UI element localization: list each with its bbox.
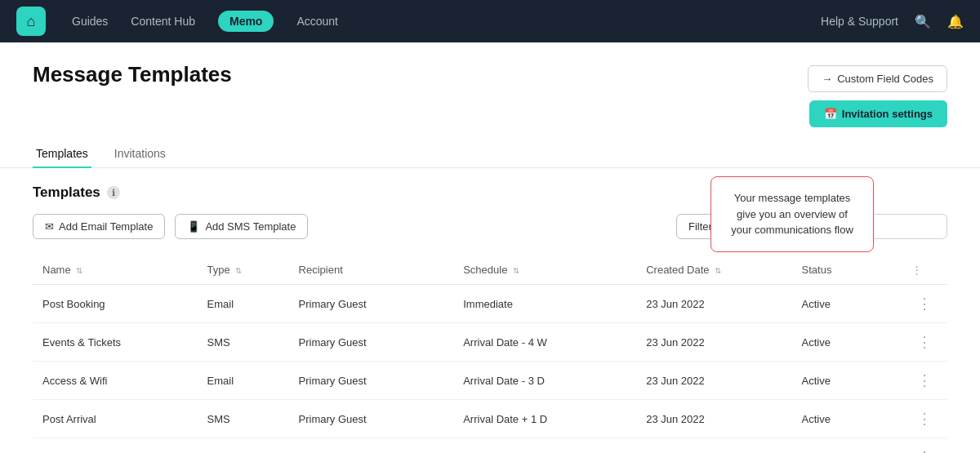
cell-date-2: 23 Jun 2022	[636, 362, 791, 400]
nav-right: Help & Support 🔍 🔔	[821, 14, 964, 29]
arrow-right-icon: →	[822, 73, 832, 85]
col-header-recipient: Recipient	[289, 255, 454, 285]
cell-recipient-1: Primary Guest	[289, 323, 454, 362]
col-header-name: Name ⇅	[33, 255, 198, 285]
email-icon: ✉	[45, 220, 54, 233]
sms-icon: 📱	[187, 220, 200, 233]
cell-date-4: 23 Jun 2022	[636, 438, 791, 454]
row-more-icon-1[interactable]: ⋮	[917, 334, 932, 350]
col-header-status: Status	[792, 255, 902, 285]
nav-link-account[interactable]: Account	[296, 15, 338, 28]
cell-type-4: SMS	[198, 438, 289, 454]
row-more-icon-0[interactable]: ⋮	[917, 295, 932, 312]
navigation: ⌂ Guides Content Hub Memo Account Help &…	[0, 0, 980, 42]
tooltip-popup: Your message templates give you an overv…	[710, 176, 874, 252]
cell-status-4: Active	[792, 438, 902, 454]
cell-action-3: ⋮	[902, 400, 947, 438]
col-header-type: Type ⇅	[198, 255, 289, 285]
table-row: Post Booking Email Primary Guest Immedia…	[33, 285, 947, 323]
table-row: Access & Wifi Email Primary Guest Arriva…	[33, 362, 947, 400]
header-actions: → Custom Field Codes 📅 Invitation settin…	[808, 65, 947, 127]
main-content: Message Templates → Custom Field Codes 📅…	[0, 42, 980, 453]
templates-table: Name ⇅ Type ⇅ Recipient Schedule ⇅ Creat…	[33, 255, 947, 453]
cell-recipient-3: Primary Guest	[289, 400, 454, 438]
tab-invitations[interactable]: Invitations	[111, 140, 169, 168]
cell-recipient-2: Primary Guest	[289, 362, 454, 400]
add-sms-template-button[interactable]: 📱 Add SMS Template	[175, 214, 308, 239]
cell-schedule-1: Arrival Date - 4 W	[453, 323, 636, 362]
cell-status-1: Active	[792, 323, 902, 362]
cell-action-0: ⋮	[902, 285, 947, 323]
cell-name-4: Pre-Departure	[33, 438, 198, 454]
nav-link-contenthub[interactable]: Content Hub	[131, 15, 195, 28]
invitation-settings-button[interactable]: 📅 Invitation settings	[809, 100, 947, 127]
table-row: Post Arrival SMS Primary Guest Arrival D…	[33, 400, 947, 438]
col-header-created-date: Created Date ⇅	[636, 255, 791, 285]
cell-schedule-3: Arrival Date + 1 D	[453, 400, 636, 438]
row-more-icon-3[interactable]: ⋮	[917, 411, 932, 427]
calendar-icon: 📅	[824, 108, 837, 120]
bell-icon[interactable]: 🔔	[947, 14, 964, 29]
nav-link-memo[interactable]: Memo	[218, 11, 274, 32]
section-title: Templates	[33, 184, 100, 201]
search-icon[interactable]: 🔍	[915, 14, 931, 29]
tab-templates[interactable]: Templates	[33, 140, 91, 168]
col-header-schedule: Schedule ⇅	[453, 255, 636, 285]
add-email-template-button[interactable]: ✉ Add Email Template	[33, 214, 165, 239]
cell-name-2: Access & Wifi	[33, 362, 198, 400]
cell-name-0: Post Booking	[33, 285, 198, 323]
table-row: Events & Tickets SMS Primary Guest Arriv…	[33, 323, 947, 362]
cell-date-1: 23 Jun 2022	[636, 323, 791, 362]
cell-action-4: ⋮	[902, 438, 947, 454]
cell-schedule-2: Arrival Date - 3 D	[453, 362, 636, 400]
cell-schedule-0: Immediate	[453, 285, 636, 323]
cell-date-3: 23 Jun 2022	[636, 400, 791, 438]
row-more-icon-4[interactable]: ⋮	[917, 449, 932, 453]
nav-link-guides[interactable]: Guides	[72, 15, 108, 28]
info-icon[interactable]: ℹ	[107, 186, 120, 199]
cell-date-0: 23 Jun 2022	[636, 285, 791, 323]
page-header: Message Templates → Custom Field Codes 📅…	[0, 42, 980, 127]
cell-type-0: Email	[198, 285, 289, 323]
col-header-actions: ⋮	[902, 255, 947, 285]
cell-name-1: Events & Tickets	[33, 323, 198, 362]
cell-recipient-4: Primary Guest	[289, 438, 454, 454]
sort-icon-schedule[interactable]: ⇅	[513, 266, 519, 275]
cell-status-3: Active	[792, 400, 902, 438]
cell-type-1: SMS	[198, 323, 289, 362]
cell-status-0: Active	[792, 285, 902, 323]
nav-links: Guides Content Hub Memo Account	[72, 11, 338, 32]
help-support-link[interactable]: Help & Support	[821, 15, 898, 28]
cell-type-2: Email	[198, 362, 289, 400]
nav-logo[interactable]: ⌂	[16, 7, 46, 36]
cell-name-3: Post Arrival	[33, 400, 198, 438]
more-options-header-icon[interactable]: ⋮	[911, 264, 922, 276]
cell-action-1: ⋮	[902, 323, 947, 362]
content-area: Your message templates give you an overv…	[0, 168, 980, 453]
table-row: Pre-Departure SMS Primary Guest Departur…	[33, 438, 947, 454]
row-more-icon-2[interactable]: ⋮	[917, 372, 932, 389]
table-body: Post Booking Email Primary Guest Immedia…	[33, 285, 947, 454]
table-header: Name ⇅ Type ⇅ Recipient Schedule ⇅ Creat…	[33, 255, 947, 285]
sort-icon-name[interactable]: ⇅	[76, 266, 82, 275]
page-title: Message Templates	[33, 62, 232, 87]
sort-icon-type[interactable]: ⇅	[235, 266, 242, 275]
cell-schedule-4: Departure Date - 1 D	[453, 438, 636, 454]
sort-icon-date[interactable]: ⇅	[715, 266, 721, 275]
cell-type-3: SMS	[198, 400, 289, 438]
tabs: Templates Invitations	[0, 127, 980, 168]
cell-recipient-0: Primary Guest	[289, 285, 454, 323]
cell-action-2: ⋮	[902, 362, 947, 400]
custom-field-codes-button[interactable]: → Custom Field Codes	[808, 65, 947, 92]
cell-status-2: Active	[792, 362, 902, 400]
